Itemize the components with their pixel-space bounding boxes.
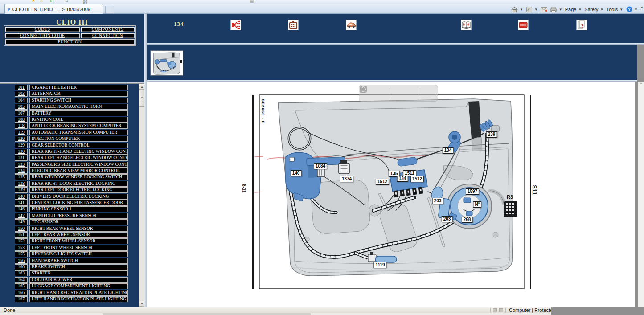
component-code[interactable]: 140 xyxy=(15,194,28,200)
new-tab-button[interactable] xyxy=(105,6,114,13)
component-label[interactable]: IGNITION COIL xyxy=(29,117,128,123)
component-label[interactable]: STARTER xyxy=(29,270,128,276)
component-code[interactable]: 135 xyxy=(15,174,28,180)
component-label[interactable]: STARTING SWITCH xyxy=(29,98,128,103)
component-code[interactable]: 155 xyxy=(15,251,28,257)
hscroll-thumb[interactable] xyxy=(103,313,311,315)
component-label[interactable]: REAR RIGHT DOOR ELECTRIC LOCKING xyxy=(29,181,128,187)
component-label[interactable]: REAR LEFT-HAND ELECTRIC WINDOW CONTROL xyxy=(29,155,128,161)
component-label[interactable]: PASSENGER'S SIDE ELECTRIC WINDOW CONTROL xyxy=(29,162,128,168)
component-code[interactable]: 151 xyxy=(15,232,28,238)
diagram-thumbnail[interactable] xyxy=(150,50,183,76)
connection-code-button[interactable]: CONNECTION CODE xyxy=(5,33,80,38)
component-label[interactable]: ELECTRIC REAR-VIEW MIRROR CONTROL xyxy=(29,168,128,174)
toolbar-overflow-chevron[interactable]: » xyxy=(640,4,643,10)
component-code[interactable]: 160 xyxy=(15,264,28,270)
page-menu[interactable]: Page xyxy=(565,7,577,12)
component-code[interactable]: 153 xyxy=(15,245,28,251)
component-label[interactable]: LUGGAGE COMPARTMENT LIGHTING xyxy=(29,283,128,289)
component-code[interactable]: 134 xyxy=(15,168,28,174)
scroll-thumb[interactable] xyxy=(139,90,144,107)
component-label[interactable]: DRIVER'S DOOR ELECTRIC LOCKING xyxy=(29,194,128,200)
component-list-scrollbar[interactable]: ▲ ▼ xyxy=(139,84,144,307)
component-label[interactable]: BRAKE SWITCH xyxy=(29,264,128,270)
component-code[interactable]: 120 xyxy=(15,136,28,142)
component-code[interactable]: 138 xyxy=(15,181,28,187)
component-label[interactable]: REAR LEFT DOOR ELECTRIC LOCKING xyxy=(29,187,128,193)
function-button[interactable]: FUNCTION xyxy=(5,39,135,45)
component-code[interactable]: 149 xyxy=(15,219,28,225)
component-label[interactable]: AUTOMATIC TRANSMISSION COMPUTER xyxy=(29,130,128,135)
scroll-down-button[interactable]: ▼ xyxy=(139,301,144,307)
component-label[interactable]: ANTI-LOCK BRAKING SYSTEM COMPUTER xyxy=(29,123,128,129)
component-label[interactable]: CENTRAL LOCKING FOR PASSENGER DOOR xyxy=(29,200,128,206)
component-code[interactable]: 108 xyxy=(15,117,28,123)
component-code[interactable]: 150 xyxy=(15,226,28,232)
component-label[interactable]: CIGARETTE LIGHTER xyxy=(29,85,128,90)
safety-menu[interactable]: Safety xyxy=(584,7,598,12)
component-label[interactable]: LEFT REAR WHEEL SENSOR xyxy=(29,232,128,238)
component-label[interactable]: HANDBRAKE SWITCH xyxy=(29,258,128,264)
component-code[interactable]: 101 xyxy=(15,85,28,90)
component-code[interactable]: 164 xyxy=(15,277,28,283)
component-code[interactable]: 146 xyxy=(15,206,28,212)
component-label[interactable]: LEFT-HAND REGISTRATION PLATE LIGHTING xyxy=(29,296,128,302)
component-code[interactable]: 119 xyxy=(15,130,28,135)
help-doc-icon[interactable]: ? xyxy=(576,20,587,30)
component-label[interactable]: ALTERNATOR xyxy=(29,91,128,97)
help-icon[interactable]: ? xyxy=(625,6,633,13)
component-code[interactable]: 152 xyxy=(15,238,28,244)
component-code[interactable]: 118 xyxy=(15,123,28,129)
safety-dropdown[interactable]: ▼ xyxy=(600,8,604,12)
harness-icon[interactable] xyxy=(230,20,241,30)
component-code[interactable]: 141 xyxy=(15,200,28,206)
read-mail-icon[interactable] xyxy=(540,6,548,13)
car-icon[interactable] xyxy=(346,20,357,30)
component-label[interactable]: COLD AIR BLOWER xyxy=(29,277,128,283)
component-label[interactable]: REAR WINDOW WINDER LOCKING SWITCH xyxy=(29,174,128,180)
home-icon[interactable] xyxy=(511,6,518,13)
component-label[interactable]: GEAR SELECTOR CONTROL xyxy=(29,143,128,148)
connection-button[interactable]: CONNECTION xyxy=(81,33,135,38)
feeds-icon[interactable] xyxy=(525,6,533,13)
tools-dropdown[interactable]: ▼ xyxy=(619,8,623,12)
component-code[interactable]: 166 xyxy=(15,290,28,296)
component-label[interactable]: BATTERY xyxy=(29,110,128,116)
help-dropdown[interactable]: ▼ xyxy=(634,8,638,12)
browser-tab[interactable]: e CLIO III - N.T.8483 - ...> 18/05/2009 xyxy=(4,4,103,14)
component-label[interactable]: RIGHT REAR WHEEL SENSOR xyxy=(29,226,128,232)
scroll-up-button[interactable]: ▲ xyxy=(139,84,144,90)
component-code[interactable]: 167 xyxy=(15,296,28,302)
page-dropdown[interactable]: ▼ xyxy=(578,8,582,12)
print-icon[interactable] xyxy=(550,6,558,13)
home-dropdown[interactable]: ▼ xyxy=(520,8,523,12)
component-label[interactable]: MAIN ELECTROMAGNETIC HORN xyxy=(29,104,128,110)
component-code[interactable]: 104 xyxy=(15,98,28,103)
component-code[interactable]: 107 xyxy=(15,110,28,116)
tools-menu[interactable]: Tools xyxy=(606,7,618,12)
component-label[interactable]: RIGHT-HAND REGISTRATION PLATE LIGHTING xyxy=(29,290,128,296)
codes-button[interactable]: CODES xyxy=(5,27,80,32)
component-label[interactable]: REVERSING LIGHTS SWITCH xyxy=(29,251,128,257)
component-code[interactable]: 147 xyxy=(15,213,28,219)
component-code[interactable]: 103 xyxy=(15,91,28,97)
component-label[interactable]: TDC SENSOR xyxy=(29,219,128,225)
component-label[interactable]: REAR RIGHT-HAND ELECTRIC WINDOW CONTROL xyxy=(29,149,128,155)
component-code[interactable]: 129 xyxy=(15,143,28,148)
component-label[interactable]: INJECTION COMPUTER xyxy=(29,136,128,142)
component-code[interactable]: 105 xyxy=(15,104,28,110)
component-label[interactable]: RIGHT FRONT WHEEL SENSOR xyxy=(29,238,128,244)
component-label[interactable]: LEFT FRONT WHEEL SENSOR xyxy=(29,245,128,251)
connector-icon[interactable] xyxy=(288,20,299,30)
component-label[interactable]: PINKING SENSOR 1 xyxy=(29,206,128,212)
component-code[interactable]: 139 xyxy=(15,187,28,193)
fuse-icon[interactable] xyxy=(518,20,529,30)
component-code[interactable]: 165 xyxy=(15,283,28,289)
component-code[interactable]: 133 xyxy=(15,162,28,168)
components-button[interactable]: COMPONENTS xyxy=(81,27,135,32)
component-code[interactable]: 131 xyxy=(15,155,28,161)
component-code[interactable]: 130 xyxy=(15,149,28,155)
print-dropdown[interactable]: ▼ xyxy=(559,8,562,12)
component-code[interactable]: 156 xyxy=(15,258,28,264)
main-scroll-track[interactable]: ▲ xyxy=(638,82,644,307)
